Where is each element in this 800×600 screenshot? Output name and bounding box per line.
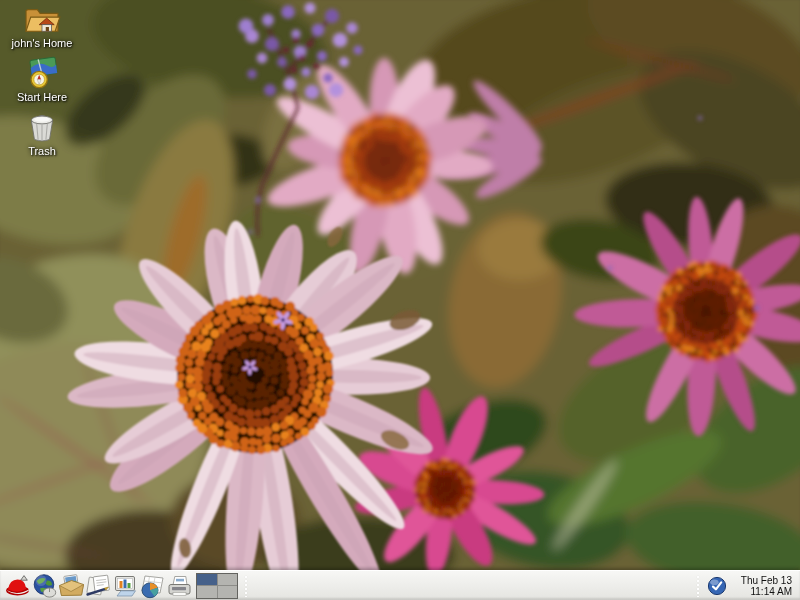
- panel-drag-handle[interactable]: [244, 575, 249, 597]
- home-folder-icon: [23, 3, 61, 35]
- calc-piechart-icon: [139, 573, 166, 599]
- workspace-cell-1[interactable]: [197, 574, 217, 586]
- taskbar-panel: Thu Feb 13 11:14 AM: [0, 570, 800, 600]
- launcher-email[interactable]: [58, 572, 85, 600]
- desktop-icon-home[interactable]: john's Home: [4, 3, 80, 49]
- desktop-icon-trash[interactable]: Trash: [4, 111, 80, 157]
- start-here-compass-icon: [25, 57, 59, 89]
- desktop-icon-label: Start Here: [17, 91, 67, 103]
- panel-drag-handle[interactable]: [696, 575, 701, 597]
- desktop-icon-label: john's Home: [12, 37, 73, 49]
- launcher-print-manager[interactable]: [166, 572, 193, 600]
- printer-icon: [166, 573, 193, 599]
- update-notifier-button[interactable]: [706, 575, 728, 597]
- launcher-main-menu[interactable]: [4, 572, 31, 600]
- email-envelope-icon: [58, 573, 85, 599]
- blue-check-update-icon: [707, 576, 727, 596]
- writer-documents-icon: [85, 573, 112, 599]
- launcher-word-processor[interactable]: [85, 572, 112, 600]
- launcher-spreadsheet[interactable]: [139, 572, 166, 600]
- impress-chart-icon: [112, 573, 139, 599]
- desktop-icon-start-here[interactable]: Start Here: [4, 57, 80, 103]
- desktop-icon-area: john's Home Start Here: [4, 3, 80, 157]
- desktop-icon-label: Trash: [28, 145, 56, 157]
- workspace-cell-4[interactable]: [218, 586, 238, 598]
- red-hat-menu-icon: [5, 573, 31, 599]
- workspace-cell-3[interactable]: [197, 586, 217, 598]
- workspace-switcher: [196, 573, 238, 599]
- trash-can-icon: [27, 111, 57, 143]
- workspace-cell-2[interactable]: [218, 574, 238, 586]
- clock-applet[interactable]: Thu Feb 13 11:14 AM: [736, 575, 792, 597]
- clock-date: Thu Feb 13: [741, 575, 792, 586]
- wallpaper-coneflower-photo: [0, 0, 800, 600]
- globe-browser-icon: [32, 573, 58, 599]
- launcher-presentation[interactable]: [112, 572, 139, 600]
- launcher-web-browser[interactable]: [31, 572, 58, 600]
- clock-time: 11:14 AM: [750, 586, 792, 597]
